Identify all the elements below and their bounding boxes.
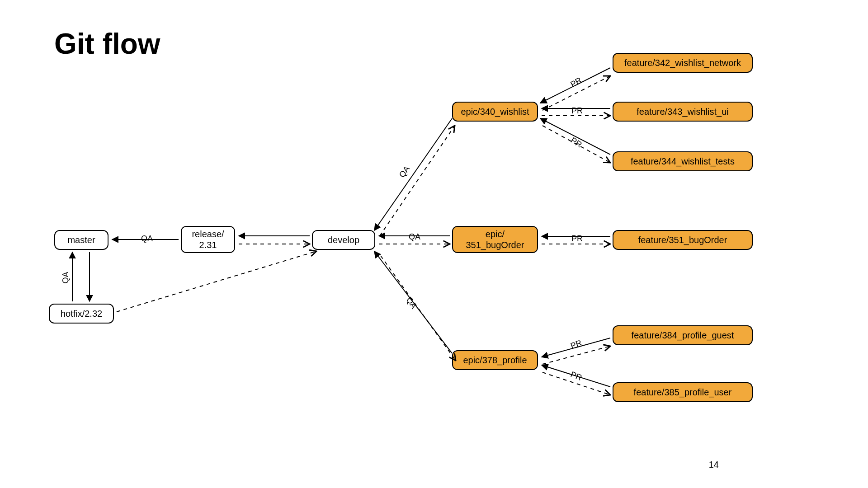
edge-label-pr-wishlist-342: PR <box>568 75 585 90</box>
edge-label-qa-master-release: QA <box>140 234 154 244</box>
node-feat-342: feature/342_wishlist_network <box>613 53 753 73</box>
edge-label-pr-profile-384: PR <box>568 338 584 352</box>
node-epic-bug: epic/ 351_bugOrder <box>452 226 538 253</box>
edge-label-pr-bug-351: PR <box>571 234 584 244</box>
node-release: release/ 2.31 <box>181 226 235 253</box>
node-feat-343: feature/343_wishlist_ui <box>613 102 753 122</box>
edge-label-qa-develop-bug: QA <box>408 232 421 242</box>
page-title: Git flow <box>54 27 160 61</box>
node-epic-wishlist: epic/340_wishlist <box>452 102 538 122</box>
edge-label-pr-wishlist-344: PR <box>568 135 585 150</box>
node-hotfix: hotfix/2.32 <box>49 304 114 324</box>
node-epic-profile: epic/378_profile <box>452 350 538 370</box>
node-master: master <box>54 230 108 250</box>
edge-label-qa-develop-wishlist: QA <box>397 164 412 180</box>
page-number: 14 <box>709 460 719 470</box>
edge-label-qa-develop-profile: QA <box>404 295 419 311</box>
node-feat-384: feature/384_profile_guest <box>613 325 753 345</box>
node-feat-385: feature/385_profile_user <box>613 382 753 402</box>
svg-line-6 <box>374 118 452 230</box>
svg-line-5 <box>117 251 316 312</box>
edge-label-qa-master-hotfix: QA <box>61 271 71 284</box>
node-feat-344: feature/344_wishlist_tests <box>613 151 753 171</box>
edge-label-pr-profile-385: PR <box>568 369 584 383</box>
node-feat-351: feature/351_bugOrder <box>613 230 753 250</box>
svg-line-11 <box>381 256 456 361</box>
node-develop: develop <box>312 230 375 250</box>
edge-label-pr-wishlist-343: PR <box>571 106 584 116</box>
svg-line-7 <box>380 126 455 236</box>
